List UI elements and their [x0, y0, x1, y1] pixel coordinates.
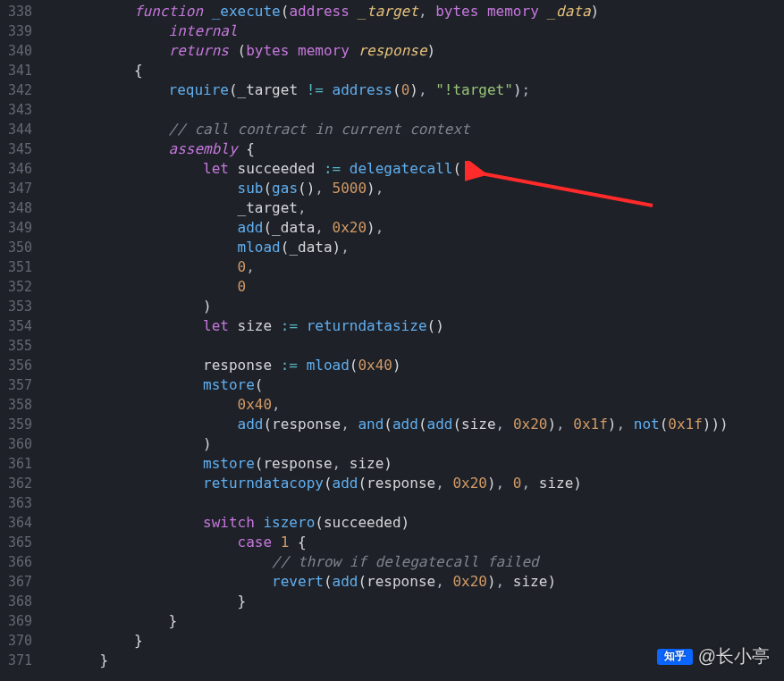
token-fn-call: iszero [263, 514, 315, 531]
code-line[interactable]: // call contract in current context [39, 120, 784, 139]
token-ident: response [367, 573, 435, 590]
code-line[interactable]: 0, [39, 257, 784, 277]
token-brace: } [169, 612, 178, 629]
token-paren: ) [591, 3, 600, 20]
code-line[interactable] [39, 336, 784, 356]
code-line[interactable]: } [39, 611, 784, 631]
token-kw-type: address [289, 3, 349, 20]
token-punct [203, 3, 212, 20]
code-line[interactable]: mstore(response, size) [39, 454, 784, 474]
code-line[interactable]: 0 [39, 277, 784, 297]
token-punct: , [435, 475, 452, 492]
code-line[interactable]: require(_target != address(0), "!target"… [39, 80, 784, 100]
token-fn-call: and [358, 416, 384, 433]
code-line[interactable]: { [39, 61, 784, 80]
code-line[interactable]: sub(gas(), 5000), [39, 179, 784, 198]
token-paren: ( [263, 416, 272, 433]
token-num: 0 [238, 258, 247, 275]
code-line[interactable]: function _execute(address _target, bytes… [39, 2, 784, 21]
token-paren: ) [573, 475, 582, 492]
line-number: 341 [4, 61, 32, 80]
line-number: 366 [4, 552, 32, 572]
watermark-author: @长小亭 [698, 644, 770, 668]
line-number: 349 [4, 218, 32, 238]
code-line[interactable]: add(response, and(add(add(size, 0x20), 0… [39, 415, 784, 434]
code-line[interactable] [39, 493, 784, 513]
token-hex: 0x20 [513, 416, 548, 433]
token-punct: , [616, 416, 633, 433]
token-comment: // throw if delegatecall failed [272, 553, 539, 570]
code-line[interactable]: returndatacopy(add(response, 0x20), 0, s… [39, 474, 784, 493]
token-ident: response [367, 475, 435, 492]
code-line[interactable]: mload(_data), [39, 238, 784, 257]
token-fn-call: add [392, 416, 418, 433]
code-line[interactable]: assembly { [39, 139, 784, 159]
token-param: _target [358, 3, 417, 20]
code-line[interactable]: ) [39, 297, 784, 316]
code-line[interactable]: revert(add(response, 0x20), size) [39, 572, 784, 592]
token-param: _data [547, 3, 590, 20]
token-ident: _target [238, 199, 298, 216]
token-punct [238, 140, 247, 157]
token-paren: ) [367, 180, 375, 197]
token-punct: , [556, 416, 573, 433]
line-number: 345 [4, 139, 32, 159]
token-ident [324, 81, 333, 98]
code-area[interactable]: function _execute(address _target, bytes… [39, 0, 784, 681]
line-number: 344 [4, 120, 32, 139]
token-punct: , [315, 219, 332, 236]
token-ident: size [350, 455, 384, 472]
token-fn-call: returndatasize [307, 317, 427, 334]
token-kw-storage: internal [169, 22, 238, 39]
token-ident: size [238, 317, 281, 334]
token-fn-call: revert [272, 573, 324, 590]
code-line[interactable]: _target, [39, 198, 784, 218]
token-fn-call: gas [272, 180, 298, 197]
code-line[interactable]: } [39, 592, 784, 611]
code-line[interactable]: internal [39, 21, 784, 41]
token-fn-call: mstore [203, 376, 255, 393]
token-ident: succeeded [238, 160, 324, 177]
token-punct [272, 534, 281, 551]
token-paren: ( [255, 376, 264, 393]
code-line[interactable]: case 1 { [39, 533, 784, 552]
code-line[interactable]: add(_data, 0x20), [39, 218, 784, 238]
token-paren: ) [401, 514, 410, 531]
code-line[interactable]: 0x40, [39, 395, 784, 415]
token-paren: ( [358, 475, 367, 492]
token-paren: ) [203, 298, 212, 315]
code-line[interactable]: switch iszero(succeeded) [39, 513, 784, 533]
token-str: "!target" [435, 81, 513, 98]
token-hex: 0x40 [358, 357, 392, 374]
code-line[interactable]: mstore( [39, 375, 784, 395]
code-line[interactable]: let succeeded := delegatecall( [39, 159, 784, 179]
code-line[interactable]: let size := returndatasize() [39, 316, 784, 336]
token-fn-call: add [333, 475, 358, 492]
token-fn-call: mstore [203, 455, 255, 472]
token-brace: } [134, 632, 143, 649]
line-number: 355 [4, 336, 32, 356]
token-punct [298, 357, 307, 374]
line-number: 364 [4, 513, 32, 533]
line-number: 361 [4, 454, 32, 474]
line-number: 369 [4, 611, 32, 631]
token-paren: ( [418, 416, 427, 433]
code-editor[interactable]: 3383393403413423433443453463473483493503… [0, 0, 784, 681]
token-ident: response [272, 416, 341, 433]
token-paren: ) [392, 357, 401, 374]
token-paren: ) [409, 81, 418, 98]
token-fn-call: mload [307, 357, 350, 374]
token-punct: , [375, 219, 384, 236]
code-line[interactable]: ) [39, 434, 784, 454]
line-number: 362 [4, 474, 32, 493]
token-ident: size [513, 573, 548, 590]
token-brace: } [99, 652, 108, 668]
token-punct: , [315, 180, 332, 197]
code-line[interactable]: response := mload(0x40) [39, 356, 784, 375]
code-line[interactable]: // throw if delegatecall failed [39, 552, 784, 572]
token-paren: ( [452, 416, 461, 433]
token-hex: 0x1f [573, 416, 608, 433]
code-line[interactable] [39, 100, 784, 120]
line-number: 368 [4, 592, 32, 611]
code-line[interactable]: returns (bytes memory response) [39, 41, 784, 61]
